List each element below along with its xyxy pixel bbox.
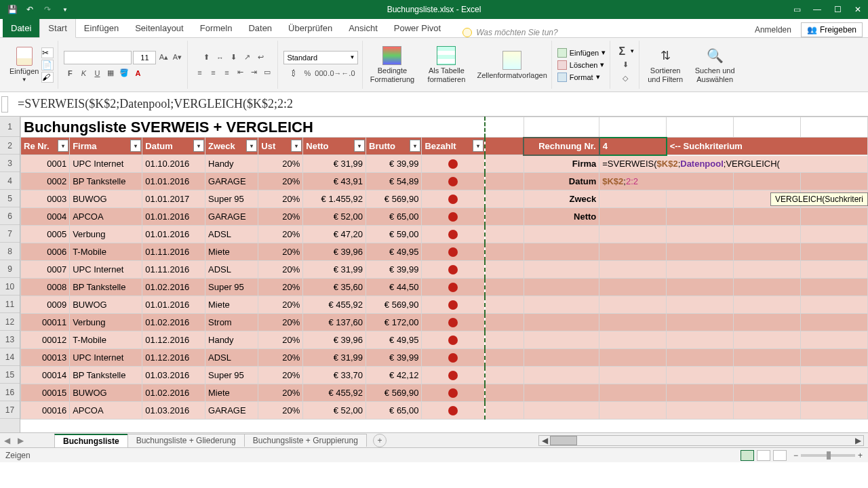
cell[interactable]: GARAGE (205, 173, 258, 190)
decrease-decimal-icon[interactable]: ←.0 (342, 67, 354, 79)
cell[interactable]: 20% (258, 261, 303, 279)
cell[interactable]: 01.10.2016 (142, 155, 205, 173)
cell[interactable]: 20% (258, 208, 303, 226)
comma-icon[interactable]: 000 (315, 67, 327, 79)
zoom-slider[interactable] (801, 454, 855, 457)
cell-bezahlt[interactable] (422, 331, 485, 349)
side-netto-label[interactable]: Netto (524, 208, 599, 226)
cell[interactable]: € 59,00 (366, 226, 422, 243)
cell[interactable]: Miete (205, 243, 258, 261)
table-row[interactable]: 0008 BP Tankstelle 01.02.2016 Super 95 2… (21, 279, 868, 296)
table-row[interactable]: 0003 BUWOG 01.01.2017 Super 95 20% € 1.4… (21, 190, 868, 208)
cell[interactable]: 20% (258, 173, 303, 190)
filter-icon[interactable]: ▾ (246, 140, 257, 152)
table-row[interactable]: 00014 BP Tankstelle 01.03.2016 Super 95 … (21, 367, 868, 384)
cell[interactable]: € 39,96 (303, 331, 366, 349)
tab-nav-next-icon[interactable]: ▶ (15, 435, 26, 446)
table-row[interactable]: 0002 BP Tankstelle 01.01.2016 GARAGE 20%… (21, 173, 868, 190)
col-header-datum[interactable]: Datum▾ (142, 138, 205, 155)
cell-bezahlt[interactable] (422, 402, 485, 420)
row-header[interactable]: 7 (0, 225, 20, 243)
font-color-icon[interactable]: A (132, 67, 144, 79)
cell[interactable]: Handy (205, 331, 258, 349)
cell[interactable]: 01.01.2016 (142, 296, 205, 314)
currency-icon[interactable]: ₿ (288, 67, 300, 79)
scroll-left-icon[interactable]: ◀ (539, 436, 550, 445)
cell[interactable]: 01.01.2016 (142, 208, 205, 226)
scroll-thumb[interactable] (550, 436, 577, 445)
filter-icon[interactable]: ▾ (130, 140, 141, 152)
row-header[interactable]: 9 (0, 260, 20, 278)
row-header[interactable]: 13 (0, 331, 20, 348)
cell[interactable]: BUWOG (70, 296, 142, 314)
cell[interactable]: 0006 (21, 243, 70, 261)
cell[interactable]: 0003 (21, 190, 70, 208)
cell-bezahlt[interactable] (422, 190, 485, 208)
col-header-bezahlt[interactable]: Bezahlt▾ (422, 138, 485, 155)
cell[interactable]: 0005 (21, 226, 70, 243)
col-header-brutto[interactable]: Brutto▾ (366, 138, 422, 155)
table-row[interactable]: 0001 UPC Internet 01.10.2016 Handy 20% €… (21, 155, 868, 173)
qat-customize-icon[interactable]: ▼ (58, 3, 72, 16)
sort-filter-button[interactable]: ⇅ Sortieren und Filtern (645, 46, 686, 83)
side-suchkriterium[interactable]: <-- Suchkriterium (667, 138, 868, 155)
cell[interactable]: € 54,89 (366, 173, 422, 190)
cell[interactable]: € 39,99 (366, 349, 422, 367)
cell[interactable]: Miete (205, 384, 258, 402)
cell[interactable]: T-Mobile (70, 243, 142, 261)
undo-icon[interactable]: ↶ (23, 3, 37, 16)
cell-bezahlt[interactable] (422, 261, 485, 279)
table-row[interactable]: 00011 Verbung 01.02.2016 Strom 20% € 137… (21, 314, 868, 331)
normal-view-icon[interactable] (741, 450, 754, 461)
zoom-in-icon[interactable]: + (858, 451, 863, 460)
cell[interactable]: 01.02.2016 (142, 279, 205, 296)
cell[interactable]: ADSL (205, 349, 258, 367)
cell-bezahlt[interactable] (422, 314, 485, 331)
tab-file[interactable]: Datei (3, 19, 39, 37)
filter-icon[interactable]: ▾ (58, 140, 68, 152)
formula-input[interactable]: =SVERWEIS($K$2;Datenpool;VERGLEICH($K$2;… (12, 96, 867, 113)
cell-bezahlt[interactable] (422, 296, 485, 314)
cell[interactable]: 01.01.2017 (142, 190, 205, 208)
filter-icon[interactable]: ▾ (473, 140, 484, 152)
page-layout-view-icon[interactable] (757, 450, 770, 461)
tab-powerpivot[interactable]: Power Pivot (386, 19, 449, 37)
cell-bezahlt[interactable] (422, 384, 485, 402)
side-rechnung-label[interactable]: Rechnung Nr. (524, 138, 599, 155)
cell[interactable]: APCOA (70, 208, 142, 226)
row-headers[interactable]: 1 2 3 4 5 6 7 8 9 10 11 12 13 14 15 16 1… (0, 117, 20, 432)
cell-bezahlt[interactable] (422, 155, 485, 173)
table-row[interactable]: 00013 UPC Internet 01.12.2016 ADSL 20% €… (21, 349, 868, 367)
bold-button[interactable]: F (64, 67, 76, 79)
spreadsheet-grid[interactable]: 1 2 3 4 5 6 7 8 9 10 11 12 13 14 15 16 1… (0, 117, 868, 432)
conditional-formatting-button[interactable]: Bedingte Formatierung (368, 46, 416, 83)
filter-icon[interactable]: ▾ (354, 140, 365, 152)
table-row[interactable]: 00015 BUWOG 01.02.2016 Miete 20% € 455,9… (21, 384, 868, 402)
name-box[interactable] (1, 96, 8, 113)
cell[interactable]: 20% (258, 402, 303, 420)
table-row[interactable]: 0007 UPC Internet 01.11.2016 ADSL 20% € … (21, 261, 868, 279)
cell[interactable]: 00014 (21, 367, 70, 384)
cell[interactable]: 20% (258, 190, 303, 208)
redo-icon[interactable]: ↷ (41, 3, 54, 16)
cell-bezahlt[interactable] (422, 349, 485, 367)
cell-bezahlt[interactable] (422, 243, 485, 261)
save-icon[interactable]: 💾 (5, 3, 19, 16)
insert-cells-button[interactable]: Einfügen ▾ (557, 48, 606, 58)
close-icon[interactable]: ✕ (848, 0, 868, 19)
scroll-right-icon[interactable]: ▶ (852, 436, 863, 445)
tab-nav-prev-icon[interactable]: ◀ (1, 435, 12, 446)
cell[interactable]: 20% (258, 349, 303, 367)
cell[interactable]: 20% (258, 226, 303, 243)
cell-bezahlt[interactable] (422, 279, 485, 296)
cell[interactable]: € 1.455,92 (303, 190, 366, 208)
cell[interactable]: 20% (258, 155, 303, 173)
cell[interactable]: € 31,99 (303, 155, 366, 173)
row-header[interactable]: 15 (0, 366, 20, 384)
cell[interactable]: 0004 (21, 208, 70, 226)
cell[interactable]: UPC Internet (70, 155, 142, 173)
cell[interactable]: 00016 (21, 402, 70, 420)
col-header-netto[interactable]: Netto▾ (303, 138, 366, 155)
page-break-view-icon[interactable] (773, 450, 787, 461)
decrease-font-icon[interactable]: A▾ (171, 52, 183, 64)
